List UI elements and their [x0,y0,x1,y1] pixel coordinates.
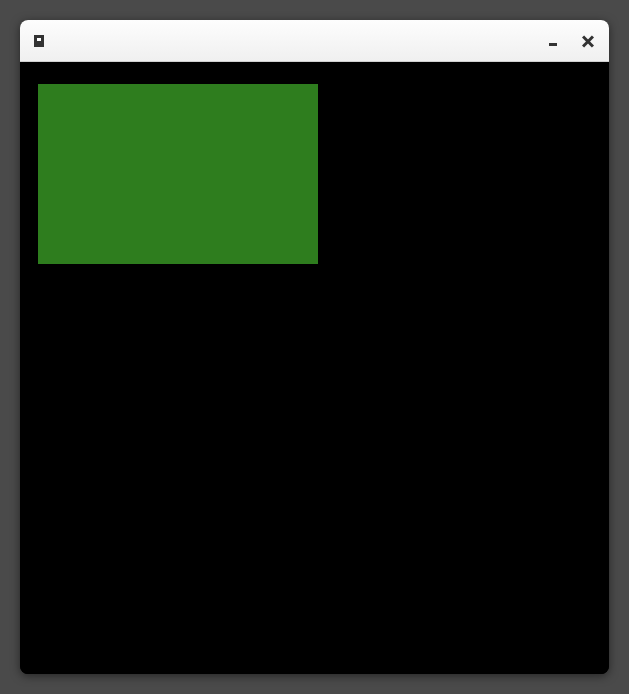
minimize-button[interactable] [549,36,559,46]
close-button[interactable] [581,34,595,48]
titlebar-controls [549,34,595,48]
green-rectangle [38,84,318,264]
application-window [20,20,609,674]
app-icon [34,35,44,47]
titlebar[interactable] [20,20,609,62]
titlebar-left [34,35,52,47]
canvas-area [20,62,609,674]
